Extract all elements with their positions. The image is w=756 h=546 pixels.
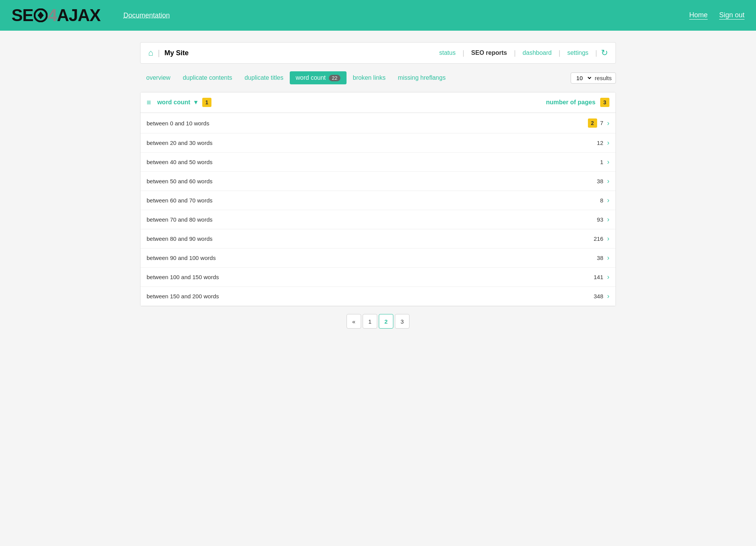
table-row: between 60 and 70 words 8 › xyxy=(140,191,616,210)
table-row: between 40 and 50 words 1 › xyxy=(140,153,616,172)
row-arrow[interactable]: › xyxy=(607,158,609,166)
row-count: 1 xyxy=(534,159,603,165)
row-arrow[interactable]: › xyxy=(607,215,609,224)
logo-area: SE 4 AJAX Documentation xyxy=(12,7,689,24)
nav-status[interactable]: status xyxy=(432,49,462,56)
row-label: between 70 and 80 words xyxy=(147,216,534,223)
row-count: 38 xyxy=(534,178,603,184)
tab-word-count-label: word count xyxy=(296,74,326,81)
row-label: between 60 and 70 words xyxy=(147,197,534,204)
row-arrow[interactable]: › xyxy=(607,139,609,147)
annotation-3: 3 xyxy=(600,98,609,107)
results-label: results xyxy=(595,75,612,81)
main-content: ⌂ | My Site status | SEO reports | dashb… xyxy=(132,42,624,329)
tab-bar: overview duplicate contents duplicate ti… xyxy=(140,71,616,84)
row-count: 12 xyxy=(534,140,603,146)
row-arrow[interactable]: › xyxy=(607,254,609,262)
row-count: 348 xyxy=(534,293,603,299)
data-table: ≡ word count ▾ 1 number of pages 3 betwe… xyxy=(140,92,616,306)
col-word-count-title: word count ▾ 1 xyxy=(157,98,533,107)
pagination-page-1[interactable]: 1 xyxy=(363,314,377,329)
pagination-prev[interactable]: « xyxy=(347,314,361,329)
table-header: ≡ word count ▾ 1 number of pages 3 xyxy=(140,92,616,113)
tab-broken-links[interactable]: broken links xyxy=(347,71,391,84)
signout-link[interactable]: Sign out xyxy=(719,11,744,20)
tab-duplicate-contents[interactable]: duplicate contents xyxy=(177,71,238,84)
site-nav: status | SEO reports | dashboard | setti… xyxy=(432,48,608,58)
row-label: between 80 and 90 words xyxy=(147,235,534,242)
row-arrow[interactable]: › xyxy=(607,273,609,281)
tab-missing-hreflangs[interactable]: missing hreflangs xyxy=(392,71,452,84)
results-select[interactable]: 10 25 50 100 xyxy=(575,74,593,82)
row-count: 27 xyxy=(534,118,603,128)
row-arrow[interactable]: › xyxy=(607,177,609,185)
nav-settings[interactable]: settings xyxy=(560,49,595,56)
row-count: 141 xyxy=(534,274,603,280)
row-arrow[interactable]: › xyxy=(607,292,609,300)
row-arrow[interactable]: › xyxy=(607,119,609,127)
nav-seo-reports[interactable]: SEO reports xyxy=(464,49,514,56)
logo: SE 4 AJAX xyxy=(12,7,101,24)
nav-dashboard[interactable]: dashboard xyxy=(516,49,559,56)
pagination: « 1 2 3 xyxy=(140,314,616,329)
table-row: between 80 and 90 words 216 › xyxy=(140,229,616,248)
table-row: between 150 and 200 words 348 › xyxy=(140,287,616,306)
pagination-page-3[interactable]: 3 xyxy=(395,314,409,329)
table-row: between 20 and 30 words 12 › xyxy=(140,133,616,153)
logo-text3: AJAX xyxy=(57,7,100,24)
site-divider: | xyxy=(158,49,160,58)
site-name: My Site xyxy=(165,49,432,57)
documentation-link[interactable]: Documentation xyxy=(124,12,170,20)
row-count: 38 xyxy=(534,255,603,261)
results-control: 10 25 50 100 results xyxy=(571,72,616,84)
logo-icon xyxy=(34,8,48,22)
row-label: between 90 and 100 words xyxy=(147,255,534,261)
logo-text2: 4 xyxy=(48,7,57,24)
nav-right: Home Sign out xyxy=(689,11,744,20)
table-row: between 0 and 10 words 27 › xyxy=(140,113,616,133)
row-arrow[interactable]: › xyxy=(607,196,609,204)
table-row: between 90 and 100 words 38 › xyxy=(140,248,616,268)
row-label: between 50 and 60 words xyxy=(147,178,534,184)
top-navigation: SE 4 AJAX Documentation Home Sign out xyxy=(0,0,756,31)
nav-sep4: | xyxy=(595,49,597,57)
tab-overview[interactable]: overview xyxy=(140,71,177,84)
annotation-1: 1 xyxy=(202,98,211,107)
hamburger-icon[interactable]: ≡ xyxy=(147,98,151,107)
tab-word-count[interactable]: word count 22 xyxy=(290,71,347,84)
annotation-2: 2 xyxy=(588,118,597,128)
site-bar: ⌂ | My Site status | SEO reports | dashb… xyxy=(140,42,616,64)
row-label: between 100 and 150 words xyxy=(147,274,534,280)
sort-arrow[interactable]: ▾ xyxy=(194,99,197,105)
row-count: 216 xyxy=(534,235,603,242)
row-count: 8 xyxy=(534,197,603,204)
table-row: between 70 and 80 words 93 › xyxy=(140,210,616,229)
table-row: between 50 and 60 words 38 › xyxy=(140,172,616,191)
logo-text: SE xyxy=(12,7,33,24)
row-label: between 0 and 10 words xyxy=(147,120,534,127)
col-pages-title: number of pages 3 xyxy=(533,98,609,107)
refresh-icon[interactable]: ↻ xyxy=(601,48,608,58)
tab-word-count-badge: 22 xyxy=(329,75,340,81)
row-label: between 40 and 50 words xyxy=(147,159,534,165)
home-icon[interactable]: ⌂ xyxy=(148,48,153,58)
row-arrow[interactable]: › xyxy=(607,235,609,243)
row-label: between 150 and 200 words xyxy=(147,293,534,299)
row-label: between 20 and 30 words xyxy=(147,140,534,146)
tab-duplicate-titles[interactable]: duplicate titles xyxy=(238,71,289,84)
pagination-page-2[interactable]: 2 xyxy=(379,314,393,329)
row-count: 93 xyxy=(534,216,603,223)
home-link[interactable]: Home xyxy=(689,11,708,20)
table-row: between 100 and 150 words 141 › xyxy=(140,268,616,287)
